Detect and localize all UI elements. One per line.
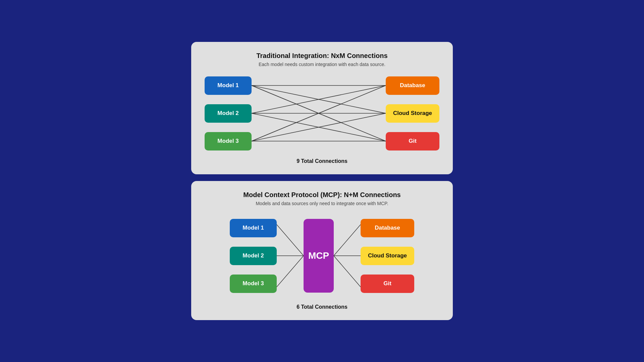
svg-line-9 (277, 225, 304, 256)
traditional-diagram: Traditional Integration: NxM Connections… (191, 42, 453, 174)
mcp-node: MCP (304, 219, 334, 293)
traditional-connections (252, 76, 386, 150)
mcp-layout: Model 1 Model 2 Model 3 MCP (205, 216, 439, 296)
traditional-models: Model 1 Model 2 Model 3 (205, 76, 252, 150)
mcp-models: Model 1 Model 2 Model 3 (230, 219, 277, 293)
mcp-database: Database (361, 219, 414, 237)
mcp-model3: Model 3 (230, 275, 277, 293)
svg-line-14 (334, 256, 361, 287)
trad-model2: Model 2 (205, 104, 252, 123)
traditional-title: Traditional Integration: NxM Connections (205, 52, 439, 60)
mcp-center-block: MCP (304, 219, 334, 293)
trad-database: Database (386, 76, 439, 95)
trad-git: Git (386, 132, 439, 150)
svg-line-11 (277, 256, 304, 287)
traditional-sources: Database Cloud Storage Git (386, 76, 439, 150)
mcp-title: Model Context Protocol (MCP): N+M Connec… (205, 191, 439, 199)
main-container: Traditional Integration: NxM Connections… (191, 42, 453, 320)
mcp-subtitle: Models and data sources only need to int… (205, 201, 439, 206)
mcp-model1: Model 1 (230, 219, 277, 237)
mcp-model2: Model 2 (230, 247, 277, 265)
traditional-footer: 9 Total Connections (205, 158, 439, 164)
mcp-connections-left (277, 216, 304, 296)
trad-model3: Model 3 (205, 132, 252, 150)
svg-line-12 (334, 225, 361, 256)
mcp-sources: Database Cloud Storage Git (361, 219, 414, 293)
mcp-cloud-storage: Cloud Storage (361, 247, 414, 265)
mcp-diagram: Model Context Protocol (MCP): N+M Connec… (191, 181, 453, 320)
trad-cloud-storage: Cloud Storage (386, 104, 439, 123)
mcp-connections-right (334, 216, 361, 296)
traditional-layout: Model 1 Model 2 Model 3 (205, 76, 439, 150)
trad-model1: Model 1 (205, 76, 252, 95)
mcp-footer: 6 Total Connections (205, 304, 439, 310)
mcp-git: Git (361, 275, 414, 293)
traditional-subtitle: Each model needs custom integration with… (205, 62, 439, 67)
